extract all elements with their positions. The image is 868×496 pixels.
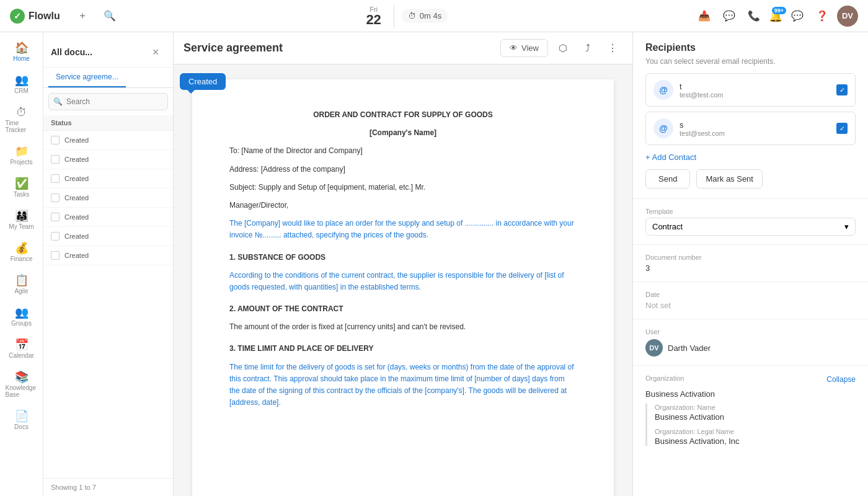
recipient-checkbox-1[interactable]: ✓: [836, 84, 848, 95]
sidebar-item-home[interactable]: 🏠 Home: [3, 37, 40, 67]
date-display: Fri 22: [366, 6, 381, 27]
topbar-right: 📥 💬 📞 🔔 99+ 💬 ❓ DV: [694, 6, 858, 27]
doc-heading: ORDER AND CONTRACT FOR SUPPLY OF GOODS: [229, 109, 577, 121]
doc-row[interactable]: Created: [43, 131, 173, 150]
open-external-button[interactable]: ⬡: [553, 38, 573, 58]
time-icon: ⏱: [16, 107, 27, 118]
user-avatar-sm: DV: [645, 339, 663, 356]
doc-checkbox-7[interactable]: [51, 251, 60, 260]
doc-view: Service agreement 👁 View ⬡ ⤴ ⋮ Crea: [174, 32, 632, 496]
date-num: 22: [366, 13, 381, 27]
recipients-sub: You can select several email recipients.: [645, 57, 856, 66]
logo-text: Flowlu: [29, 11, 60, 22]
org-name-field: Organization: Name Business Activation: [655, 404, 856, 422]
doc-footer-text: Showing 1 to 7: [51, 484, 96, 491]
doc-list-title: All docu...: [51, 47, 92, 57]
phone-button[interactable]: 📞: [744, 6, 764, 26]
sidebar-item-crm[interactable]: 👥 CRM: [3, 69, 40, 99]
calendar-icon: 📅: [15, 339, 29, 350]
doc-checkbox-2[interactable]: [51, 155, 60, 164]
doc-row[interactable]: Created: [43, 150, 173, 169]
org-section: Organization Collapse Business Activatio…: [633, 366, 868, 461]
doc-checkbox-5[interactable]: [51, 213, 60, 221]
sidebar-item-tasks[interactable]: ✅ Tasks: [3, 173, 40, 203]
doc-number-label: Document number: [645, 254, 856, 261]
template-select[interactable]: Contract ▾: [645, 218, 856, 236]
sidebar-item-time-tracker[interactable]: ⏱ Time Tracker: [3, 102, 40, 138]
view-button[interactable]: 👁 View: [500, 39, 548, 57]
messages-button[interactable]: 💬: [787, 6, 807, 26]
sidebar-item-groups[interactable]: 👥 Groups: [3, 302, 40, 332]
section3-title: 3. TIME LIMIT AND PLACE OF DELIVERY: [229, 343, 577, 355]
sidebar: 🏠 Home 👥 CRM ⏱ Time Tracker 📁 Projects ✅…: [0, 32, 43, 496]
doc-subject: Subject: Supply and Setup of [equipment,…: [229, 182, 577, 193]
share-button[interactable]: ⤴: [578, 38, 598, 58]
collapse-link[interactable]: Collapse: [826, 375, 856, 384]
user-avatar[interactable]: DV: [837, 6, 858, 27]
more-options-button[interactable]: ⋮: [603, 38, 622, 58]
search-box: 🔍: [48, 93, 168, 110]
doc-row[interactable]: Created: [43, 246, 173, 265]
doc-row[interactable]: Created: [43, 227, 173, 246]
doc-list-header: All docu... ×: [43, 32, 173, 68]
knowledge-icon: 📚: [15, 371, 29, 383]
search-icon-sm: 🔍: [53, 97, 63, 106]
created-badge: Created: [180, 73, 226, 90]
recipient-item-2: @ s test@sest.com ✓: [645, 112, 856, 145]
recipient-checkbox-2[interactable]: ✓: [836, 123, 848, 134]
doc-footer: Showing 1 to 7: [43, 478, 173, 496]
doc-row[interactable]: Created: [43, 208, 173, 227]
chat-button[interactable]: 💬: [719, 6, 739, 26]
sidebar-item-calendar[interactable]: 📅 Calendar: [3, 334, 40, 364]
doc-para1: The [Company] would like to place an ord…: [229, 218, 577, 241]
doc-row[interactable]: Created: [43, 188, 173, 208]
sidebar-item-agile[interactable]: 📋 Agile: [3, 270, 40, 299]
doc-tab-bar: Service agreeme...: [43, 68, 173, 88]
topbar: ✓ Flowlu ＋ 🔍 Fri 22 ⏱ 0m 4s 📥 💬 📞 🔔 99+ …: [0, 0, 868, 32]
doc-checkbox-4[interactable]: [51, 193, 60, 202]
doc-tab-service[interactable]: Service agreeme...: [48, 68, 126, 87]
logo: ✓ Flowlu: [10, 9, 60, 24]
sidebar-label-team: My Team: [9, 223, 33, 230]
doc-number-section: Document number 3: [633, 245, 868, 282]
docs-icon: 📄: [15, 410, 29, 422]
doc-checkbox-3[interactable]: [51, 174, 60, 183]
team-icon: 👨‍👩‍👧: [15, 210, 29, 221]
doc-content-scroll: Created ORDER AND CONTRACT FOR SUPPLY OF…: [174, 64, 632, 496]
doc-checkbox-6[interactable]: [51, 232, 60, 241]
doc-checkbox-1[interactable]: [51, 136, 60, 144]
recipient-info-2: s test@sest.com: [680, 120, 830, 137]
topbar-divider: [394, 5, 394, 27]
add-button[interactable]: ＋: [73, 6, 92, 26]
doc-row[interactable]: Created: [43, 169, 173, 188]
sidebar-item-docs[interactable]: 📄 Docs: [3, 405, 40, 435]
sidebar-item-team[interactable]: 👨‍👩‍👧 My Team: [3, 205, 40, 235]
mark-sent-button[interactable]: Mark as Sent: [696, 169, 763, 188]
notifications-button[interactable]: 🔔 99+: [769, 9, 782, 23]
org-name-value: Business Activation: [655, 412, 856, 422]
search-button[interactable]: 🔍: [100, 6, 120, 26]
user-label: User: [645, 328, 856, 335]
add-contact-link[interactable]: + Add Contact: [645, 153, 696, 162]
sidebar-label-projects: Projects: [10, 159, 32, 166]
sidebar-item-finance[interactable]: 💰 Finance: [3, 237, 40, 267]
user-name: Darth Vader: [668, 343, 711, 353]
help-button[interactable]: ❓: [812, 6, 832, 26]
view-icon: 👁: [510, 43, 518, 53]
chevron-down-icon: ▾: [844, 222, 849, 231]
sidebar-label-time: Time Tracker: [6, 120, 38, 133]
sidebar-item-knowledge[interactable]: 📚 Knowledge Base: [3, 366, 40, 403]
org-details-box: Organization: Name Business Activation O…: [645, 404, 856, 446]
doc-to: To: [Name of the Director and Company]: [229, 145, 577, 157]
doc-list-close[interactable]: ×: [146, 42, 166, 62]
crm-icon: 👥: [15, 74, 29, 86]
send-button[interactable]: Send: [645, 169, 690, 188]
section2-text: The amount of the order is fixed at [cur…: [229, 321, 577, 333]
section2-title: 2. AMOUNT OF THE CONTRACT: [229, 303, 577, 315]
recipient-letter-2: s: [680, 120, 830, 130]
doc-search-input[interactable]: [48, 93, 168, 110]
inbox-button[interactable]: 📥: [694, 6, 714, 26]
sidebar-item-projects[interactable]: 📁 Projects: [3, 141, 40, 170]
doc-status-5: Created: [64, 213, 89, 221]
doc-list-items: Created Created Created Created: [43, 131, 173, 478]
